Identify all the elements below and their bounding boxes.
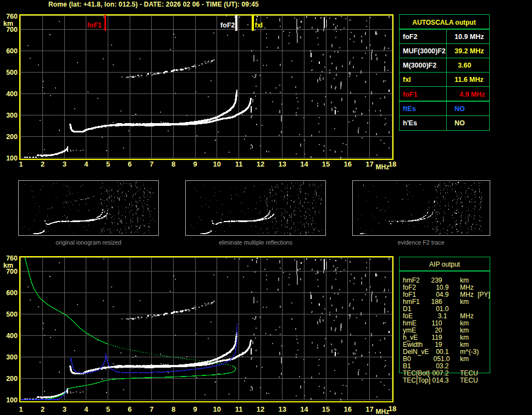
svg-text:13: 13 [279,405,286,413]
svg-text:foE: foE [403,312,413,320]
svg-text:TEC[Top]: TEC[Top] [403,377,430,384]
svg-text:01.0: 01.0 [436,305,449,313]
svg-text:h'Es: h'Es [403,119,417,127]
svg-text:18: 18 [389,160,396,168]
svg-text:17: 17 [365,160,373,168]
svg-text:10: 10 [213,160,221,168]
svg-text:300: 300 [6,353,18,361]
svg-text:MUF(3000)F2: MUF(3000)F2 [403,47,446,55]
svg-text:700: 700 [6,268,18,275]
svg-text:km: km [460,276,469,284]
svg-text:km: km [460,319,469,327]
svg-text:2: 2 [41,405,45,413]
svg-text:00.1: 00.1 [436,348,449,356]
svg-text:hmF1: hmF1 [403,298,420,306]
svg-text:8: 8 [171,405,175,413]
svg-text:700: 700 [6,26,18,34]
svg-text:10.9: 10.9 [436,284,449,291]
svg-text:119: 119 [431,334,442,341]
svg-text:foF1: foF1 [403,91,417,98]
svg-text:3: 3 [63,160,66,168]
svg-text:km: km [460,334,469,341]
svg-text:239: 239 [431,276,442,284]
svg-text:10: 10 [213,405,221,413]
svg-text:3: 3 [63,405,66,413]
svg-text:14: 14 [300,405,308,413]
svg-text:MHz: MHz [460,284,474,291]
svg-text:200: 200 [6,133,18,141]
svg-text:foF2: foF2 [220,21,235,29]
svg-text:11: 11 [235,160,243,168]
svg-text:110: 110 [431,319,442,327]
svg-text:17: 17 [365,405,373,413]
svg-text:11.6 MHz: 11.6 MHz [455,76,484,84]
svg-text:18: 18 [389,405,396,413]
svg-text:20: 20 [435,327,442,334]
svg-text:7: 7 [149,160,153,168]
svg-text:3.60: 3.60 [458,62,471,69]
svg-text:4: 4 [84,160,88,168]
svg-text:Rome (lat: +41.8, lon: 012.5): Rome (lat: +41.8, lon: 012.5) - DATE: 20… [48,1,259,8]
svg-text:2: 2 [41,160,45,168]
svg-text:NO: NO [455,119,465,127]
svg-text:original ionogram resized: original ionogram resized [56,239,121,246]
svg-text:6: 6 [128,160,132,168]
svg-text:B0: B0 [403,355,411,363]
svg-text:1: 1 [19,160,23,168]
svg-text:eliminate multiple reflections: eliminate multiple reflections [219,239,292,246]
svg-text:4.9 MHz: 4.9 MHz [459,91,485,98]
svg-text:11: 11 [235,405,243,413]
svg-text:h_vE: h_vE [403,334,418,341]
svg-text:14: 14 [300,160,308,168]
svg-text:200: 200 [6,375,18,383]
svg-text:3.1: 3.1 [438,312,447,320]
svg-text:13: 13 [279,160,286,168]
svg-text:km: km [460,298,469,306]
svg-text:051.0: 051.0 [433,355,450,363]
svg-text:10.9 MHz: 10.9 MHz [455,33,484,41]
svg-text:hmE: hmE [403,319,417,327]
svg-text:39.2 MHz: 39.2 MHz [455,47,484,55]
svg-text:500: 500 [6,69,18,76]
svg-text:15: 15 [322,160,330,168]
svg-text:9: 9 [193,160,197,168]
svg-text:15: 15 [322,405,330,413]
svg-text:[PY]: [PY] [478,291,490,298]
svg-text:ymE: ymE [403,327,416,334]
svg-text:m^(-3): m^(-3) [460,348,479,356]
svg-text:03.2: 03.2 [436,362,449,370]
svg-text:foF1: foF1 [403,291,416,298]
svg-text:ftEs: ftEs [403,105,416,113]
svg-text:AIP output: AIP output [429,261,460,268]
svg-text:foF1: foF1 [87,21,102,29]
svg-text:km: km [460,355,469,363]
svg-text:600: 600 [6,47,18,55]
svg-text:foF2: foF2 [403,33,417,41]
svg-text:MHz: MHz [376,163,390,171]
svg-text:12: 12 [257,160,264,168]
svg-text:MHz: MHz [460,312,474,320]
svg-text:500: 500 [6,311,18,318]
svg-text:MHz: MHz [376,408,390,415]
svg-text:600: 600 [6,289,18,297]
svg-text:fxI: fxI [255,21,263,29]
svg-text:4: 4 [84,405,88,413]
svg-text:7: 7 [149,405,153,413]
svg-text:AUTOSCALA output: AUTOSCALA output [412,19,475,26]
svg-text:TEC[Bot]: TEC[Bot] [403,369,430,377]
svg-text:km: km [460,341,469,348]
svg-text:04.9: 04.9 [436,291,449,298]
svg-text:19: 19 [435,341,442,348]
svg-text:007.2: 007.2 [432,369,448,377]
svg-text:D1: D1 [403,305,412,313]
svg-text:hmF2: hmF2 [403,276,420,284]
svg-text:1: 1 [19,405,23,413]
svg-text:16: 16 [344,160,352,168]
svg-text:NO: NO [455,105,465,113]
svg-text:MHz: MHz [460,291,474,298]
svg-text:TECU: TECU [460,369,478,377]
svg-text:100: 100 [6,396,18,404]
svg-text:014.3: 014.3 [432,377,448,384]
svg-text:B1: B1 [403,362,411,370]
svg-text:9: 9 [193,405,197,413]
